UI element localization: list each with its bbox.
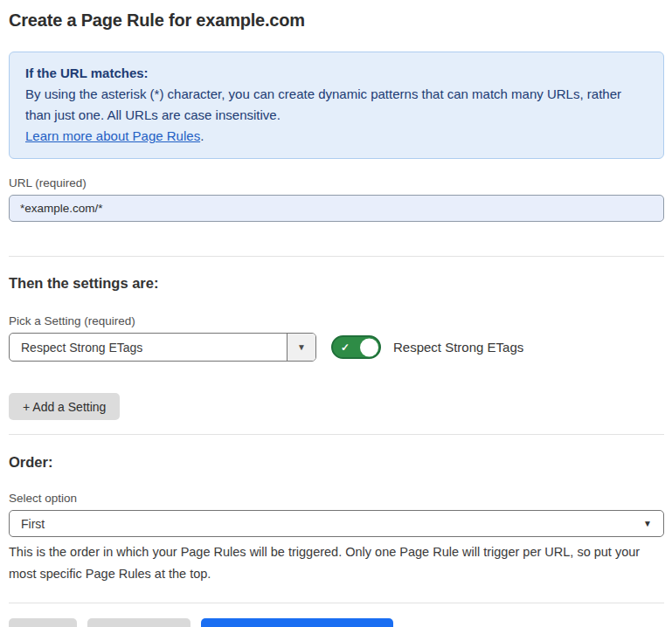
link-suffix: .: [200, 128, 204, 143]
toggle-knob: [360, 338, 378, 356]
order-select-value: First: [21, 517, 45, 531]
setting-dropdown-arrow-button[interactable]: ▼: [287, 334, 315, 361]
footer-actions: Cancel Save as Draft Save and Deploy Pag…: [9, 618, 664, 627]
pick-setting-label: Pick a Setting (required): [9, 314, 664, 327]
settings-section-heading: Then the settings are:: [9, 275, 664, 292]
page-rule-form: Create a Page Rule for example.com If th…: [0, 0, 672, 627]
learn-more-link[interactable]: Learn more about Page Rules: [25, 128, 200, 143]
url-match-info-box: If the URL matches: By using the asteris…: [9, 52, 664, 159]
setting-row: Respect Strong ETags ▼ ✓ Respect Strong …: [9, 333, 664, 362]
check-icon: ✓: [341, 342, 350, 353]
order-help-text: This is the order in which your Page Rul…: [9, 541, 662, 585]
info-box-heading: If the URL matches:: [25, 63, 648, 84]
url-input[interactable]: [9, 195, 664, 222]
setting-dropdown-value: Respect Strong ETags: [10, 334, 287, 361]
url-field-label: URL (required): [9, 176, 664, 189]
setting-dropdown[interactable]: Respect Strong ETags ▼: [9, 333, 316, 362]
save-and-deploy-button[interactable]: Save and Deploy Page Rule: [201, 618, 393, 627]
divider: [9, 434, 664, 435]
order-select-label: Select option: [9, 492, 664, 505]
info-box-link-line: Learn more about Page Rules.: [25, 126, 648, 147]
divider: [9, 256, 664, 257]
page-title: Create a Page Rule for example.com: [9, 10, 664, 31]
divider: [9, 603, 664, 603]
chevron-down-icon: ▼: [643, 519, 652, 528]
order-select[interactable]: First ▼: [9, 510, 664, 537]
cancel-button[interactable]: Cancel: [9, 618, 77, 627]
save-as-draft-button[interactable]: Save as Draft: [87, 618, 191, 627]
order-section-heading: Order:: [9, 454, 664, 471]
chevron-down-icon: ▼: [297, 342, 306, 352]
add-setting-button[interactable]: + Add a Setting: [9, 393, 120, 420]
setting-toggle[interactable]: ✓: [331, 335, 381, 359]
info-box-body: By using the asterisk (*) character, you…: [25, 84, 648, 126]
setting-toggle-label: Respect Strong ETags: [393, 340, 523, 355]
